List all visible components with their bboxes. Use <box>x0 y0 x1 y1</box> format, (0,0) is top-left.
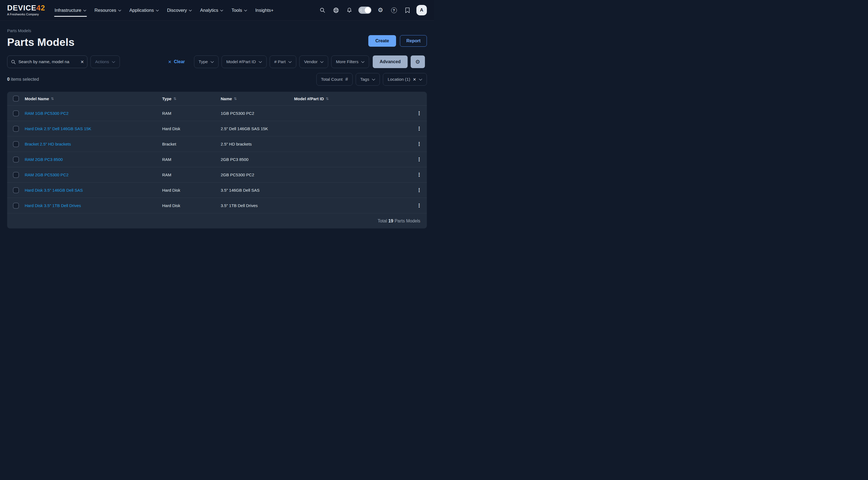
parts-models-table: Model Name ⇅ Type ⇅ Name ⇅ Model #/Part … <box>7 92 427 229</box>
theme-toggle[interactable]: ☾ <box>359 7 371 14</box>
table-footer: Total 19 Parts Models <box>7 213 427 229</box>
model-name-link[interactable]: RAM 1GB PC5300 PC2 <box>25 111 162 115</box>
nav-item-discovery[interactable]: Discovery <box>167 8 192 13</box>
sort-icon: ⇅ <box>326 97 329 101</box>
column-header-model-name[interactable]: Model Name ⇅ <box>25 96 162 101</box>
chevron-down-icon <box>118 10 121 11</box>
chevron-down-icon <box>112 61 115 63</box>
chevron-down-icon <box>288 61 291 63</box>
row-actions-kebab-icon[interactable]: ⋮ <box>414 125 424 132</box>
type-cell: Hard Disk <box>162 126 221 131</box>
name-cell: 3.5" 146GB Dell SAS <box>221 188 294 193</box>
total-count-button[interactable]: Total Count # <box>316 73 353 86</box>
table-body: RAM 1GB PC5300 PC2 RAM 1GB PC5300 PC2 ⋮ … <box>7 105 427 213</box>
chevron-down-icon <box>220 10 223 11</box>
name-cell: 2.5" HD brackets <box>221 142 294 146</box>
sort-icon: ⇅ <box>51 97 54 101</box>
moon-icon: ☾ <box>360 8 363 12</box>
num-part-filter-dropdown[interactable]: # Part <box>270 56 296 68</box>
gear-icon[interactable]: ⚙ <box>375 5 386 15</box>
row-checkbox[interactable] <box>13 141 19 147</box>
select-all-checkbox[interactable] <box>13 96 19 102</box>
user-avatar[interactable]: A <box>416 5 427 15</box>
row-actions-kebab-icon[interactable]: ⋮ <box>414 156 424 163</box>
filter-toolbar: × Actions × Clear Type Model #/Part ID #… <box>0 48 434 68</box>
bookmark-icon[interactable] <box>402 5 413 15</box>
column-header-name[interactable]: Name ⇅ <box>221 96 294 101</box>
chevron-down-icon <box>83 10 86 11</box>
chevron-down-icon <box>156 10 159 11</box>
actions-dropdown[interactable]: Actions <box>90 56 120 68</box>
model-name-link[interactable]: Bracket 2.5" HD brackets <box>25 142 162 146</box>
help-icon[interactable]: ? <box>389 5 399 15</box>
logo-wordmark: DEVICE42 <box>7 4 45 12</box>
filter-settings-button[interactable]: ⚙ <box>411 56 425 68</box>
vendor-filter-dropdown[interactable]: Vendor <box>299 56 328 68</box>
nav-item-tools[interactable]: Tools <box>231 8 247 13</box>
breadcrumb[interactable]: Parts Models <box>7 28 74 33</box>
model-part-id-filter-dropdown[interactable]: Model #/Part ID <box>221 56 267 68</box>
clear-search-icon[interactable]: × <box>81 59 84 65</box>
remove-location-filter-icon[interactable]: × <box>413 77 416 82</box>
location-filter-chip[interactable]: Location (1) × <box>383 73 427 86</box>
page-title: Parts Models <box>7 36 74 48</box>
row-actions-kebab-icon[interactable]: ⋮ <box>414 140 424 148</box>
row-actions-kebab-icon[interactable]: ⋮ <box>414 171 424 178</box>
chevron-down-icon <box>372 78 375 81</box>
column-header-type[interactable]: Type ⇅ <box>162 96 221 101</box>
page-header: Parts Models Parts Models Create Report <box>0 21 434 48</box>
model-name-link[interactable]: Hard Disk 3.5" 1TB Dell Drives <box>25 203 162 208</box>
nav-item-infrastructure[interactable]: Infrastructure <box>55 8 86 13</box>
table-row: Bracket 2.5" HD brackets Bracket 2.5" HD… <box>7 136 427 151</box>
search-box[interactable]: × <box>7 56 87 68</box>
search-icon[interactable] <box>317 5 328 15</box>
gear-icon: ⚙ <box>415 59 420 65</box>
row-checkbox[interactable] <box>13 172 19 178</box>
more-filters-dropdown[interactable]: More Filters <box>331 56 369 68</box>
chevron-down-icon <box>189 10 192 11</box>
row-actions-kebab-icon[interactable]: ⋮ <box>414 110 424 117</box>
row-checkbox[interactable] <box>13 187 19 193</box>
close-icon: × <box>168 59 172 65</box>
model-name-link[interactable]: Hard Disk 3.5" 146GB Dell SAS <box>25 188 162 193</box>
nav-item-insights[interactable]: Insights+ <box>255 8 274 13</box>
row-checkbox[interactable] <box>13 157 19 163</box>
chevron-down-icon <box>244 10 247 11</box>
table-row: RAM 2GB PC5300 PC2 RAM 2GB PC5300 PC2 ⋮ <box>7 167 427 182</box>
model-name-link[interactable]: Hard Disk 2.5" Dell 146GB SAS 15K <box>25 126 162 131</box>
row-actions-kebab-icon[interactable]: ⋮ <box>414 202 424 209</box>
row-actions-kebab-icon[interactable]: ⋮ <box>414 186 424 194</box>
search-input[interactable] <box>19 59 78 64</box>
type-filter-dropdown[interactable]: Type <box>194 56 219 68</box>
nav-item-resources[interactable]: Resources <box>95 8 121 13</box>
top-navigation-bar: DEVICE42 A Freshworks Company Infrastruc… <box>0 0 434 21</box>
nav-item-applications[interactable]: Applications <box>129 8 159 13</box>
tags-filter-dropdown[interactable]: Tags <box>356 73 380 86</box>
name-cell: 2GB PC3 8500 <box>221 157 294 162</box>
type-cell: RAM <box>162 111 221 115</box>
name-cell: 3.5" 1TB Dell Drives <box>221 203 294 208</box>
advanced-button[interactable]: Advanced <box>373 56 407 68</box>
column-header-model-part-id[interactable]: Model #/Part ID ⇅ <box>294 96 411 101</box>
clear-filters-button[interactable]: × Clear <box>168 59 185 65</box>
bell-icon[interactable] <box>344 5 355 15</box>
hash-icon: # <box>345 77 348 82</box>
type-cell: RAM <box>162 172 221 177</box>
globe-icon[interactable] <box>330 5 341 15</box>
nav-item-analytics[interactable]: Analytics <box>200 8 223 13</box>
sort-icon: ⇅ <box>174 97 177 101</box>
row-checkbox[interactable] <box>13 126 19 132</box>
report-button[interactable]: Report <box>400 35 427 47</box>
toggle-knob <box>365 7 371 13</box>
model-name-link[interactable]: RAM 2GB PC5300 PC2 <box>25 172 162 177</box>
items-selected-label: 0 items selected <box>7 77 39 82</box>
table-row: RAM 1GB PC5300 PC2 RAM 1GB PC5300 PC2 ⋮ <box>7 105 427 121</box>
model-name-link[interactable]: RAM 2GB PC3 8500 <box>25 157 162 162</box>
sort-icon: ⇅ <box>234 97 237 101</box>
row-checkbox[interactable] <box>13 203 19 209</box>
create-button[interactable]: Create <box>368 35 396 47</box>
selected-count: 0 <box>7 77 10 81</box>
main-menu: Infrastructure Resources Applications Di… <box>55 8 274 13</box>
row-checkbox[interactable] <box>13 110 19 116</box>
device42-logo[interactable]: DEVICE42 A Freshworks Company <box>7 4 45 16</box>
